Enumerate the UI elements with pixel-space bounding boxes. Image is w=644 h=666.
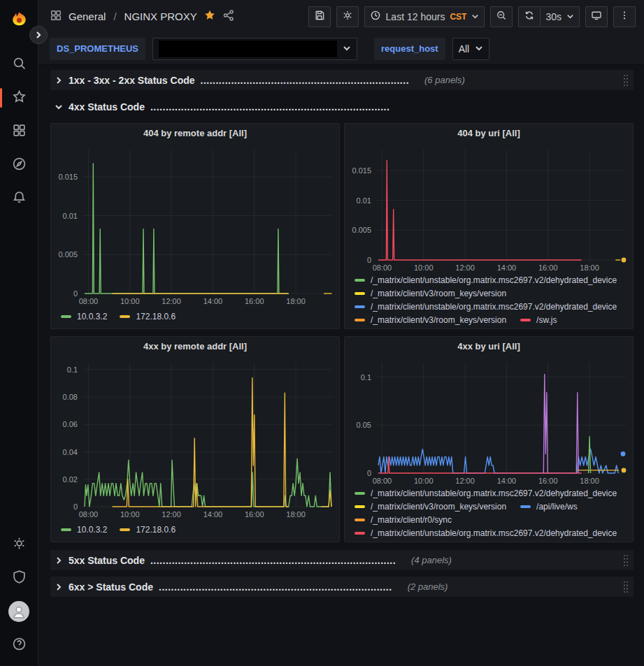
legend-swatch: [355, 519, 365, 521]
legend-item[interactable]: 172.18.0.6: [120, 312, 176, 321]
drag-handle-icon[interactable]: [622, 580, 629, 597]
legend-item[interactable]: 172.18.0.6: [120, 525, 176, 535]
chart-4xx-by-remote-addr[interactable]: 08:0010:0012:0014:0016:0018:0000.020.040…: [51, 356, 339, 521]
legend-swatch: [61, 315, 71, 318]
svg-text:10:00: 10:00: [120, 510, 140, 519]
legend-item[interactable]: /_matrix/client/v3/room_keys/version: [355, 502, 506, 512]
chevron-right-icon: [55, 76, 63, 85]
panel-4xx-by-uri: 4xx by uri [All] 08:0010:0012:0014:0016:…: [344, 336, 634, 542]
legend-item[interactable]: /_matrix/client/r0/sync: [355, 515, 452, 525]
panel-title[interactable]: 404 by uri [All]: [345, 124, 633, 143]
svg-text:12:00: 12:00: [455, 477, 475, 485]
legend-swatch: [520, 319, 531, 321]
svg-text:0: 0: [367, 469, 371, 477]
time-range-picker[interactable]: Last 12 hours CST: [364, 6, 485, 27]
tv-mode-button[interactable]: [585, 6, 608, 27]
row-5xx-status-code[interactable]: 5xx Status Code ........................…: [50, 550, 634, 570]
legend-swatch: [520, 505, 531, 508]
zoom-out-icon: [496, 10, 507, 23]
chevron-down-icon: [566, 11, 574, 22]
legend-label: /api/live/ws: [536, 502, 578, 512]
apps-grid-icon: [12, 123, 27, 140]
refresh-button[interactable]: [518, 6, 541, 27]
row-6xx-status-code[interactable]: 6xx > Status Code ......................…: [50, 577, 634, 597]
svg-text:0.04: 0.04: [63, 448, 78, 456]
legend-swatch: [61, 528, 71, 531]
svg-text:08:00: 08:00: [79, 510, 99, 519]
legend-item[interactable]: /_matrix/client/unstable/org.matrix.msc2…: [355, 302, 617, 312]
favorite-star-icon[interactable]: [203, 9, 216, 24]
legend-item[interactable]: /_matrix/client/v3/room_keys/version: [355, 315, 506, 325]
zoom-out-button[interactable]: [490, 6, 513, 27]
svg-text:12:00: 12:00: [162, 510, 181, 519]
chevron-right-icon: [55, 583, 63, 591]
legend-item[interactable]: /_matrix/client/v3/room_keys/version: [355, 289, 506, 298]
breadcrumb-section[interactable]: General: [69, 10, 106, 22]
sidebar-item-explore[interactable]: [5, 151, 33, 179]
sidebar-item-profile[interactable]: [5, 598, 33, 625]
chevron-right-icon: [55, 556, 63, 565]
chevron-down-icon: [471, 11, 479, 22]
sidebar-item-search[interactable]: [5, 50, 33, 78]
shield-icon: [12, 570, 27, 587]
chart-404-by-remote-addr[interactable]: 08:0010:0012:0014:0016:0018:0000.0050.01…: [51, 143, 339, 307]
save-dashboard-button[interactable]: [308, 6, 331, 27]
legend-label: /_matrix/client/unstable/org.matrix.msc2…: [371, 275, 617, 285]
row-leader: ........................................…: [159, 581, 392, 593]
variable-label-datasource[interactable]: DS_PROMETHEUS: [50, 38, 145, 60]
legend-swatch: [355, 305, 365, 308]
sidebar-expand-button[interactable]: [29, 26, 48, 44]
svg-text:0.02: 0.02: [63, 475, 78, 484]
panel-title[interactable]: 404 by remote addr [All]: [51, 124, 339, 143]
redacted-value: [159, 41, 337, 57]
svg-text:0.05: 0.05: [357, 421, 371, 429]
legend-item[interactable]: /_matrix/client/unstable/org.matrix.msc2…: [355, 528, 617, 538]
sidebar-item-configuration[interactable]: [5, 530, 33, 558]
legend-swatch: [120, 315, 130, 318]
panel-title[interactable]: 4xx by uri [All]: [345, 337, 633, 356]
chart-404-by-uri[interactable]: 08:0010:0012:0014:0016:0018:0000.0050.01…: [345, 143, 633, 274]
legend-item[interactable]: /sw.js: [520, 315, 557, 325]
search-icon: [12, 56, 27, 73]
refresh-interval-value: 30s: [545, 11, 561, 22]
variable-label-request-host[interactable]: request_host: [374, 38, 445, 60]
drag-handle-icon[interactable]: [622, 553, 629, 570]
svg-text:12:00: 12:00: [162, 297, 181, 305]
legend-item[interactable]: 10.0.3.2: [61, 312, 107, 321]
row-4xx-status-code[interactable]: 4xx Status Code ........................…: [50, 96, 634, 117]
dashboard-settings-button[interactable]: [336, 6, 359, 27]
legend-label: /_matrix/client/unstable/org.matrix.msc2…: [371, 528, 617, 538]
sidebar-item-server-admin[interactable]: [5, 564, 33, 592]
legend-item[interactable]: /_matrix/client/unstable/org.matrix.msc2…: [355, 275, 617, 285]
dashboards-grid-icon[interactable]: [50, 9, 62, 24]
legend-item[interactable]: 10.0.3.2: [61, 525, 107, 535]
variable-request-host-select[interactable]: All: [452, 38, 490, 60]
sidebar-item-help[interactable]: [5, 631, 33, 659]
svg-text:0.01: 0.01: [357, 196, 371, 205]
variable-datasource-select[interactable]: [152, 38, 357, 60]
drag-handle-icon[interactable]: [622, 73, 629, 90]
row-1xx-3xx-2xx-status-code[interactable]: 1xx - 3xx - 2xx Status Code ............…: [50, 70, 634, 90]
svg-text:0.01: 0.01: [63, 212, 78, 220]
svg-text:08:00: 08:00: [79, 297, 99, 305]
dashboard-title[interactable]: NGINX PROXY: [124, 10, 197, 22]
more-options-button[interactable]: [613, 6, 636, 27]
legend-label: 172.18.0.6: [136, 312, 176, 321]
refresh-interval-dropdown[interactable]: 30s: [541, 6, 580, 27]
sidebar-item-dashboards[interactable]: [5, 117, 33, 145]
legend-item[interactable]: /_matrix/client/unstable/org.matrix.msc2…: [355, 488, 617, 498]
grafana-logo[interactable]: [5, 6, 33, 34]
legend-swatch: [355, 492, 365, 495]
panel-grid: 404 by remote addr [All] 08:0010:0012:00…: [50, 123, 634, 542]
variable-request-host-value: All: [459, 43, 470, 55]
svg-text:16:00: 16:00: [245, 510, 264, 519]
sidebar-item-starred[interactable]: [5, 84, 33, 112]
sidebar-item-alerting[interactable]: [5, 184, 33, 212]
svg-text:18:00: 18:00: [580, 477, 599, 485]
legend-item[interactable]: /api/live/ws: [520, 502, 578, 512]
chart-4xx-by-uri[interactable]: 08:0010:0012:0014:0016:0018:0000.050.1: [345, 356, 633, 487]
legend-label: /_matrix/client/v3/room_keys/version: [371, 315, 506, 325]
panel-title[interactable]: 4xx by remote addr [All]: [51, 337, 339, 356]
gear-icon: [12, 536, 27, 553]
share-icon[interactable]: [222, 9, 235, 24]
